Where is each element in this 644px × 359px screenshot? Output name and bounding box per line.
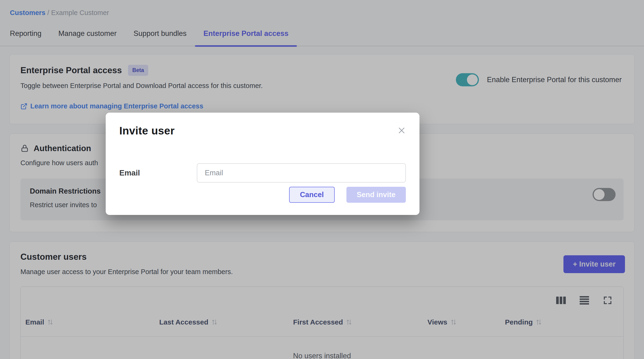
email-input[interactable] <box>197 163 406 183</box>
modal-title: Invite user <box>119 124 406 137</box>
send-invite-button[interactable]: Send invite <box>346 187 406 203</box>
email-field-label: Email <box>119 168 197 177</box>
cancel-button[interactable]: Cancel <box>289 187 335 203</box>
modal-actions: Cancel Send invite <box>289 187 406 203</box>
email-field-row: Email <box>119 163 406 183</box>
close-icon[interactable] <box>396 125 407 136</box>
invite-user-modal: Invite user Email Cancel Send invite <box>106 113 420 215</box>
